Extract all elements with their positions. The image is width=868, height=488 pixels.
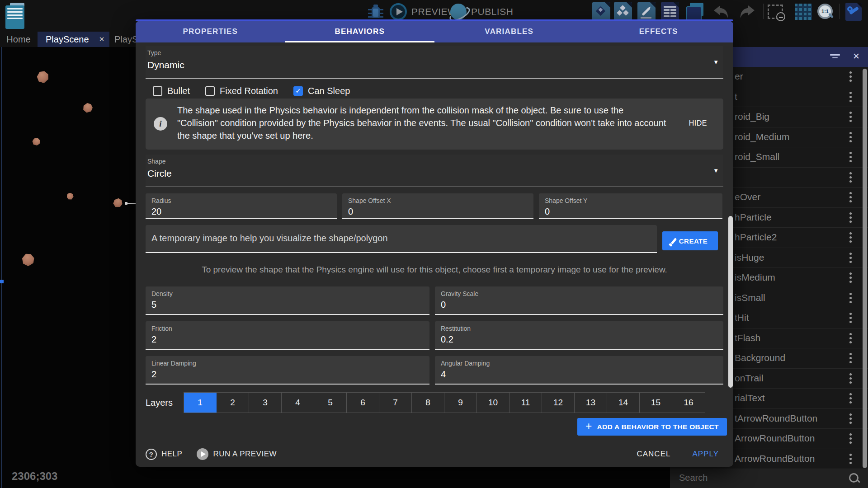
undo-icon [712, 4, 730, 20]
object-menu-icon[interactable] [849, 216, 852, 219]
layer-button-10[interactable]: 10 [477, 393, 509, 413]
object-menu-icon[interactable] [849, 136, 852, 138]
object-menu-icon[interactable] [849, 236, 852, 239]
delete-selection-button[interactable] [768, 5, 783, 19]
tab-variables[interactable]: VARIABLES [434, 21, 584, 42]
object-menu-icon[interactable] [849, 176, 852, 178]
filter-icon[interactable] [830, 54, 840, 60]
layer-button-6[interactable]: 6 [347, 393, 379, 413]
cancel-button[interactable]: CANCEL [637, 450, 670, 459]
asteroid-sprite[interactable] [67, 193, 74, 200]
temporary-image-input[interactable]: A temporary image to help you visualize … [146, 225, 657, 253]
object-menu-icon[interactable] [849, 317, 852, 319]
object-menu-icon[interactable] [849, 397, 852, 399]
object-menu-icon[interactable] [849, 437, 852, 440]
asteroid-sprite[interactable] [36, 70, 50, 84]
layer-button-1[interactable]: 1 [184, 393, 217, 413]
object-menu-icon[interactable] [849, 458, 852, 460]
asteroid-sprite[interactable] [20, 251, 36, 267]
publish-label: PUBLISH [471, 6, 513, 17]
help-button[interactable]: ? HELP [146, 449, 182, 460]
angular-damping-field[interactable]: Angular Damping 4 [435, 356, 723, 385]
zoom-reset-button[interactable]: 1:1 [816, 4, 835, 21]
toggle-grid-button[interactable] [795, 4, 812, 20]
layer-button-4[interactable]: 4 [282, 393, 314, 413]
object-menu-icon[interactable] [849, 196, 852, 198]
objects-editor-button[interactable] [592, 2, 610, 20]
shape-select[interactable]: Shape Circle ▼ [146, 155, 723, 187]
object-menu-icon[interactable] [849, 75, 852, 78]
checkbox-unchecked-icon[interactable] [205, 86, 215, 96]
shape-offset-y-field[interactable]: Shape Offset Y 0 [539, 193, 722, 219]
layers-editor-button[interactable] [686, 3, 705, 21]
instances-list-button[interactable] [661, 2, 679, 20]
plus-icon: + [585, 420, 592, 432]
properties-panel-button[interactable] [637, 2, 656, 20]
layer-button-15[interactable]: 15 [640, 393, 672, 413]
shape-offset-x-field[interactable]: Shape Offset X 0 [342, 193, 533, 219]
create-button[interactable]: CREATE [662, 231, 718, 250]
radius-field[interactable]: Radius 20 [146, 193, 337, 219]
layer-button-3[interactable]: 3 [249, 393, 282, 413]
tab-properties[interactable]: PROPERTIES [136, 21, 285, 42]
close-panel-icon[interactable]: ✕ [853, 51, 860, 61]
layer-button-12[interactable]: 12 [542, 393, 575, 413]
object-menu-icon[interactable] [849, 116, 852, 118]
layer-button-16[interactable]: 16 [672, 393, 705, 413]
object-menu-icon[interactable] [849, 418, 852, 420]
density-field[interactable]: Density 5 [146, 286, 429, 315]
close-tab-icon[interactable]: ✕ [99, 35, 105, 43]
apply-button[interactable]: APPLY [692, 450, 719, 459]
friction-field[interactable]: Friction 2 [146, 321, 429, 350]
question-icon: ? [146, 449, 157, 460]
asteroid-sprite[interactable] [31, 136, 41, 146]
search-input[interactable]: Search [679, 473, 708, 483]
object-menu-icon[interactable] [849, 297, 852, 299]
layer-button-9[interactable]: 9 [444, 393, 477, 413]
redo-button[interactable] [738, 4, 756, 20]
undo-button[interactable] [712, 4, 730, 20]
layer-button-11[interactable]: 11 [509, 393, 542, 413]
layer-button-7[interactable]: 7 [379, 393, 412, 413]
object-menu-icon[interactable] [849, 156, 852, 158]
checkbox-can-sleep[interactable]: ✓Can Sleep [293, 86, 350, 96]
tab-effects[interactable]: EFFECTS [584, 21, 734, 42]
layer-button-13[interactable]: 13 [575, 393, 607, 413]
tab-playscene[interactable]: PlayScene ✕ [38, 32, 109, 47]
publish-button[interactable]: PUBLISH [450, 2, 513, 22]
object-menu-icon[interactable] [849, 277, 852, 279]
layer-button-5[interactable]: 5 [314, 393, 347, 413]
debugger-button[interactable] [367, 4, 384, 20]
add-behavior-button[interactable]: + ADD A BEHAVIOR TO THE OBJECT [577, 418, 727, 436]
object-menu-icon[interactable] [849, 257, 852, 259]
layer-button-14[interactable]: 14 [607, 393, 640, 413]
dialog-scrollbar[interactable] [728, 216, 733, 388]
project-manager-button[interactable] [4, 2, 24, 23]
restitution-field[interactable]: Restitution 0.2 [435, 321, 723, 350]
tab-behaviors[interactable]: BEHAVIORS [285, 21, 435, 42]
checkbox-unchecked-icon[interactable] [153, 86, 162, 96]
type-select[interactable]: Type Dynamic ▼ [146, 46, 723, 79]
linear-damping-field[interactable]: Linear Damping 2 [146, 356, 429, 385]
layer-button-2[interactable]: 2 [217, 393, 249, 413]
object-menu-icon[interactable] [849, 96, 852, 98]
object-groups-button[interactable] [614, 2, 632, 20]
asteroid-sprite[interactable] [81, 101, 94, 114]
preview-button[interactable]: PREVIEW [390, 2, 457, 22]
object-menu-icon[interactable] [849, 357, 852, 359]
object-menu-icon[interactable] [849, 377, 852, 380]
scene-settings-button[interactable] [845, 3, 862, 21]
checkbox-fixed-rotation[interactable]: Fixed Rotation [205, 86, 278, 96]
hide-button[interactable]: HIDE [689, 119, 707, 127]
play-icon [197, 448, 208, 460]
asteroid-sprite[interactable] [112, 197, 124, 209]
tab-home[interactable]: Home [5, 32, 33, 47]
run-preview-button[interactable]: RUN A PREVIEW [197, 448, 277, 460]
gravity-scale-field[interactable]: Gravity Scale 0 [435, 286, 723, 315]
layer-button-8[interactable]: 8 [412, 393, 444, 413]
objects-panel-scrollbar[interactable] [863, 69, 867, 468]
objects-search-bar[interactable]: Search [670, 469, 868, 488]
checkbox-checked-icon[interactable]: ✓ [293, 86, 303, 96]
checkbox-bullet[interactable]: Bullet [153, 86, 190, 96]
object-menu-icon[interactable] [849, 337, 852, 339]
